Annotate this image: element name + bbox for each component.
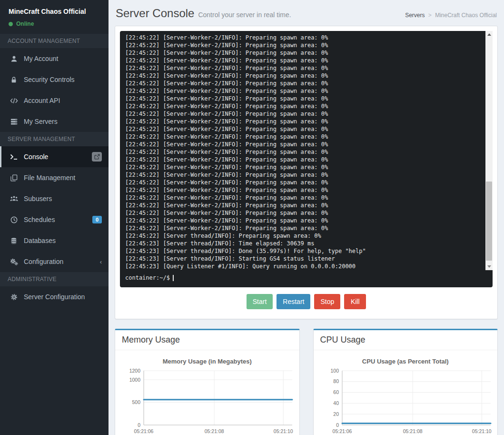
svg-text:05:21:10: 05:21:10 — [274, 428, 293, 434]
cpu-chart-title: CPU Usage (as Percent Total) — [318, 355, 493, 367]
log-line: [22:45:22] [Server-Worker-2/INFO]: Prepa… — [125, 217, 480, 224]
console-log[interactable]: [22:45:22] [Server-Worker-2/INFO]: Prepa… — [120, 31, 493, 270]
sidebar-item-my-account[interactable]: My Account — [0, 48, 109, 69]
log-line: [22:45:22] [Server-Worker-2/INFO]: Prepa… — [125, 72, 480, 80]
log-line: [22:45:22] [Server-Worker-2/INFO]: Prepa… — [125, 156, 480, 163]
breadcrumb-servers-link[interactable]: Servers — [405, 12, 425, 19]
charts-row: Memory Usage Memory Usage (in Megabytes)… — [115, 329, 498, 435]
svg-text:1000: 1000 — [129, 377, 141, 383]
log-line: [22:45:22] [Server-Worker-2/INFO]: Prepa… — [125, 141, 480, 148]
sidebar-item-server-configuration[interactable]: Server Configuration — [0, 286, 109, 307]
svg-text:100: 100 — [330, 368, 339, 374]
chevron-left-icon: ‹ — [100, 258, 102, 265]
cpu-panel-header: CPU Usage — [314, 330, 498, 350]
log-line: [22:45:22] [Server-Worker-2/INFO]: Prepa… — [125, 163, 480, 171]
cpu-panel-title: CPU Usage — [320, 335, 366, 344]
log-line: [22:45:22] [Server-Worker-2/INFO]: Prepa… — [125, 125, 480, 133]
log-line: [22:45:22] [Server-Worker-2/INFO]: Prepa… — [125, 202, 480, 209]
nav-section-header-administrative: ADMINISTRATIVE — [0, 272, 109, 286]
sidebar-item-security-controls[interactable]: Security Controls — [0, 69, 109, 90]
memory-chart-body: Memory Usage (in Megabytes) 050010001200… — [115, 350, 299, 435]
restart-button[interactable]: Restart — [277, 294, 310, 309]
start-button[interactable]: Start — [247, 294, 273, 309]
sidebar-item-label: My Account — [24, 55, 102, 62]
memory-chart-title: Memory Usage (in Megabytes) — [120, 355, 295, 367]
sidebar-item-my-servers[interactable]: My Servers — [0, 111, 109, 132]
svg-text:05:21:06: 05:21:06 — [134, 428, 154, 434]
nav-section-header-account-management: ACCOUNT MANAGEMENT — [0, 34, 109, 48]
svg-text:0: 0 — [336, 422, 339, 428]
power-buttons: StartRestartStopKill — [120, 287, 493, 314]
scroll-down-button[interactable] — [485, 263, 493, 270]
users-icon — [10, 195, 18, 202]
page-subtitle: Control your server in real time. — [198, 11, 291, 19]
sidebar: MineCraft Chaos Official Online ACCOUNT … — [0, 0, 109, 435]
log-line: [22:45:22] [Server-Worker-2/INFO]: Prepa… — [125, 34, 480, 41]
page-title: Server Console — [116, 7, 194, 20]
log-line: [22:45:22] [Server-Worker-2/INFO]: Prepa… — [125, 224, 480, 232]
cpu-chart-body: CPU Usage (as Percent Total) 02040608010… — [314, 350, 498, 435]
console-popout-button[interactable] — [92, 152, 102, 162]
breadcrumb: Servers > MineCraft Chaos Official — [405, 12, 497, 19]
log-line: [22:45:22] [Server-Worker-2/INFO]: Prepa… — [125, 179, 480, 186]
svg-text:80: 80 — [333, 378, 339, 384]
cpu-usage-panel: CPU Usage CPU Usage (as Percent Total) 0… — [313, 329, 498, 435]
sidebar-item-label: Subusers — [24, 195, 102, 202]
cogs-icon — [10, 258, 18, 265]
scrollbar-thumb[interactable] — [486, 182, 492, 261]
console-cursor — [173, 275, 174, 281]
svg-text:500: 500 — [132, 399, 140, 405]
log-line: [22:45:23] [Server thread/INFO]: Done (3… — [125, 247, 480, 255]
log-line: [22:45:22] [Server-Worker-2/INFO]: Prepa… — [125, 133, 480, 141]
sidebar-item-console[interactable]: Console — [0, 146, 109, 167]
memory-panel-title: Memory Usage — [122, 335, 180, 344]
online-status-dot — [9, 22, 13, 26]
sidebar-item-label: Databases — [24, 237, 102, 244]
code-icon — [10, 98, 18, 104]
log-line: [22:45:22] [Server-Worker-2/INFO]: Prepa… — [125, 110, 480, 118]
server-name: MineCraft Chaos Official — [9, 8, 100, 15]
servers-icon — [10, 118, 18, 125]
external-link-icon — [94, 154, 100, 160]
log-line: [22:45:23] [Server thread/INFO]: Time el… — [125, 240, 480, 247]
cpu-chart: 02040608010005:21:0605:21:0805:21:10 — [318, 367, 494, 435]
sidebar-nav: ACCOUNT MANAGEMENTMy AccountSecurity Con… — [0, 34, 109, 307]
gear-icon — [10, 293, 18, 301]
sidebar-item-account-api[interactable]: Account API — [0, 90, 109, 111]
sidebar-item-label: Console — [24, 153, 92, 161]
sidebar-item-label: Account API — [24, 97, 102, 104]
log-line: [22:45:22] [Server-Worker-2/INFO]: Prepa… — [125, 41, 480, 49]
memory-usage-panel: Memory Usage Memory Usage (in Megabytes)… — [115, 329, 300, 435]
svg-text:05:21:10: 05:21:10 — [472, 428, 491, 434]
sidebar-item-schedules[interactable]: Schedules0 — [0, 209, 109, 230]
nav-section-header-server-management: SERVER MANAGEMENT — [0, 132, 109, 146]
sidebar-item-file-management[interactable]: File Management — [0, 167, 109, 188]
log-line: [22:45:22] [Server-Worker-2/INFO]: Prepa… — [125, 118, 480, 125]
clock-icon — [10, 216, 18, 223]
sidebar-item-subusers[interactable]: Subusers — [0, 188, 109, 209]
files-icon — [10, 174, 18, 182]
sidebar-item-label: My Servers — [24, 118, 102, 125]
stop-button[interactable]: Stop — [314, 294, 340, 309]
console-scrollbar[interactable] — [485, 31, 493, 270]
log-line: [22:45:22] [Server-Worker-2/INFO]: Prepa… — [125, 194, 480, 202]
log-line: [22:45:22] [Server-Worker-2/INFO]: Prepa… — [125, 49, 480, 57]
scroll-up-button[interactable] — [485, 31, 493, 38]
sidebar-item-configuration[interactable]: Configuration‹ — [0, 251, 109, 272]
svg-text:40: 40 — [333, 400, 339, 406]
sidebar-item-label: Security Controls — [24, 76, 102, 83]
log-line: [22:45:22] [Server-Worker-2/INFO]: Prepa… — [125, 80, 480, 87]
console-input-line[interactable]: container:~/$ — [120, 270, 493, 287]
log-line: [22:45:22] [Server-Worker-2/INFO]: Prepa… — [125, 87, 480, 95]
kill-button[interactable]: Kill — [344, 294, 366, 309]
log-line: [22:45:22] [Server-Worker-2/INFO]: Prepa… — [125, 64, 480, 72]
memory-chart: 05001000120005:21:0605:21:0805:21:10 — [120, 367, 295, 435]
online-status-label: Online — [16, 20, 34, 27]
svg-text:60: 60 — [333, 389, 339, 395]
log-line: [22:45:22] [Server-Worker-2/INFO]: Prepa… — [125, 57, 480, 64]
main-content: Server Console Control your server in re… — [109, 0, 504, 435]
breadcrumb-separator: > — [428, 12, 432, 19]
sidebar-item-databases[interactable]: Databases — [0, 230, 109, 251]
sidebar-item-label: Server Configuration — [24, 293, 102, 301]
log-line: [22:45:23] [Server thread/INFO]: Startin… — [125, 255, 480, 263]
